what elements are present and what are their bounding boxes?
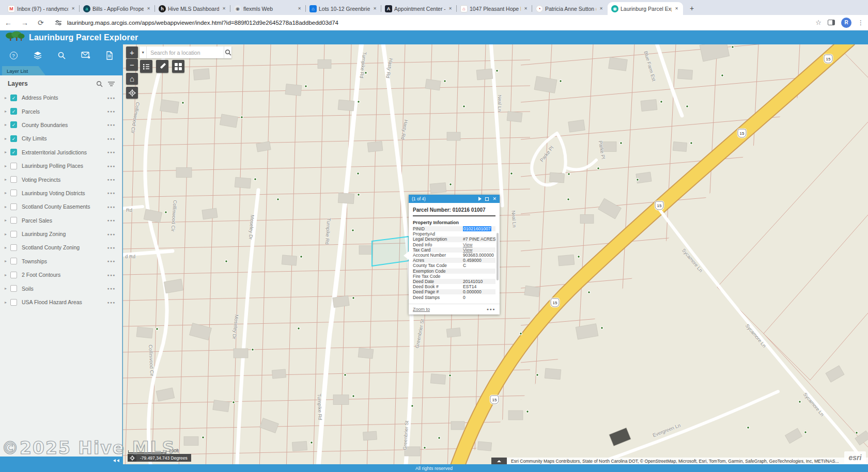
expand-arrow-icon[interactable]: ▸ [5, 164, 10, 168]
expand-arrow-icon[interactable]: ▸ [5, 245, 10, 250]
layer-menu-icon[interactable]: ●●● [107, 123, 116, 127]
site-settings-icon[interactable] [55, 19, 62, 26]
field-value[interactable]: View [463, 247, 495, 253]
expand-arrow-icon[interactable]: ▸ [5, 300, 10, 305]
browser-tab[interactable]: ◉Laurinburg Parcel Explorer✕ [608, 2, 683, 15]
layer-menu-icon[interactable]: ●●● [107, 109, 116, 113]
popup-maximize-icon[interactable] [485, 197, 489, 201]
field-value[interactable]: View [463, 242, 495, 247]
layer-checkbox[interactable] [10, 258, 17, 264]
layer-menu-icon[interactable]: ●●● [107, 273, 116, 277]
layer-checkbox[interactable] [10, 108, 17, 115]
layer-checkbox[interactable] [10, 149, 17, 155]
expand-arrow-icon[interactable]: ▸ [5, 109, 10, 114]
layer-menu-icon[interactable]: ●●● [107, 164, 116, 168]
tab-close-icon[interactable]: ✕ [70, 5, 76, 12]
layer-menu-icon[interactable]: ●●● [107, 150, 116, 154]
new-tab-button[interactable]: + [686, 3, 698, 14]
back-icon[interactable]: ← [5, 19, 12, 27]
layer-menu-icon[interactable]: ●●● [107, 301, 116, 304]
popup-header[interactable]: (1 of 4) ✕ [409, 195, 500, 203]
layer-checkbox[interactable] [10, 95, 17, 101]
measure-button[interactable] [156, 60, 168, 73]
tab-close-icon[interactable]: ✕ [146, 5, 151, 12]
layer-menu-icon[interactable]: ●●● [107, 246, 116, 249]
attribution-expand-icon[interactable] [491, 458, 507, 464]
popup-menu-icon[interactable]: ●●● [487, 307, 495, 311]
layer-menu-icon[interactable]: ●●● [107, 96, 116, 100]
browser-tab[interactable]: hHive MLS Dashboard✕ [155, 2, 230, 15]
search-submit-icon[interactable] [224, 46, 231, 58]
expand-arrow-icon[interactable]: ▸ [5, 259, 10, 263]
refresh-icon[interactable]: ⟳ [38, 19, 44, 27]
profile-avatar[interactable]: R [841, 18, 851, 28]
bookmark-star-icon[interactable]: ☆ [815, 19, 822, 26]
collapse-sidebar-icon[interactable] [112, 459, 119, 462]
layer-menu-icon[interactable]: ●●● [107, 218, 116, 222]
layer-checkbox[interactable] [10, 244, 17, 251]
chrome-menu-icon[interactable]: ⋮ [858, 19, 864, 26]
expand-arrow-icon[interactable]: ▸ [5, 204, 10, 209]
search-source-dropdown[interactable]: ▼ [140, 46, 147, 58]
browser-tab[interactable]: ◔Patricia Anne Sutton (3 Lots on✕ [532, 2, 608, 15]
layer-checkbox[interactable] [10, 285, 17, 292]
layer-list-tab[interactable]: Layer List [2, 66, 45, 75]
popup-next-icon[interactable] [478, 197, 482, 201]
layer-menu-icon[interactable]: ●●● [107, 191, 116, 195]
popup-scrollbar[interactable] [497, 233, 499, 280]
zoom-to-link[interactable]: Zoom to [413, 307, 487, 312]
expand-arrow-icon[interactable]: ▸ [5, 191, 10, 195]
expand-arrow-icon[interactable]: ▸ [5, 177, 10, 182]
browser-tab[interactable]: AAppointment Center - Staff - Sh✕ [381, 2, 457, 15]
expand-arrow-icon[interactable]: ▸ [5, 122, 10, 127]
layer-checkbox[interactable] [10, 163, 17, 169]
tab-close-icon[interactable]: ✕ [221, 5, 227, 12]
share-icon[interactable] [81, 50, 91, 60]
layers-icon[interactable] [33, 50, 43, 60]
tab-close-icon[interactable]: ✕ [447, 5, 453, 12]
search-icon[interactable] [56, 50, 67, 60]
forward-icon[interactable]: → [21, 19, 28, 27]
search-input[interactable] [147, 46, 224, 58]
browser-tab[interactable]: MInbox (97) - randymccalljr@gma✕ [4, 2, 80, 15]
tab-close-icon[interactable]: ✕ [523, 5, 529, 12]
home-button[interactable]: ⌂ [126, 73, 138, 85]
zoom-out-button[interactable]: − [126, 59, 138, 71]
locate-button[interactable] [126, 87, 138, 99]
side-panel-icon[interactable] [828, 20, 835, 25]
layer-search-icon[interactable] [96, 81, 103, 87]
browser-tab[interactable]: ◉flexmls Web✕ [230, 2, 306, 15]
layer-checkbox[interactable] [10, 135, 17, 142]
browser-tab[interactable]: aBills - AppFolio Property Mana✕ [80, 2, 155, 15]
layer-menu-icon[interactable]: ●●● [107, 287, 116, 290]
layer-menu-icon[interactable]: ●●● [107, 259, 116, 263]
layer-menu-icon[interactable]: ●●● [107, 232, 116, 236]
url-text[interactable]: laurinburg.maps.arcgis.com/apps/webappvi… [67, 20, 816, 26]
expand-arrow-icon[interactable]: ▸ [5, 232, 10, 237]
layer-checkbox[interactable] [10, 272, 17, 278]
layer-menu-icon[interactable]: ●●● [107, 178, 116, 181]
expand-arrow-icon[interactable]: ▸ [5, 150, 10, 154]
layer-menu-icon[interactable]: ●●● [107, 137, 116, 140]
expand-arrow-icon[interactable]: ▸ [5, 96, 10, 100]
expand-arrow-icon[interactable]: ▸ [5, 286, 10, 291]
layer-filter-icon[interactable] [107, 81, 115, 87]
zoom-in-button[interactable]: + [126, 46, 138, 58]
browser-tab[interactable]: ⌂Lots 10-12 Greenbrier Street 10✕ [306, 2, 381, 15]
tab-close-icon[interactable]: ✕ [598, 5, 604, 12]
layer-checkbox[interactable] [10, 190, 17, 196]
tab-close-icon[interactable]: ✕ [297, 5, 302, 12]
expand-arrow-icon[interactable]: ▸ [5, 218, 10, 223]
layer-checkbox[interactable] [10, 217, 17, 224]
basemap-gallery-button[interactable] [172, 60, 184, 73]
popup-close-icon[interactable]: ✕ [492, 196, 497, 201]
tab-close-icon[interactable]: ✕ [674, 5, 679, 12]
crosshair-icon[interactable] [128, 454, 136, 462]
layer-checkbox[interactable] [10, 121, 17, 128]
expand-arrow-icon[interactable]: ▸ [5, 136, 10, 141]
help-icon[interactable]: ? [8, 50, 19, 60]
layer-checkbox[interactable] [10, 176, 17, 183]
legend-button[interactable] [140, 60, 152, 73]
expand-arrow-icon[interactable]: ▸ [5, 273, 10, 277]
tab-close-icon[interactable]: ✕ [372, 5, 378, 12]
